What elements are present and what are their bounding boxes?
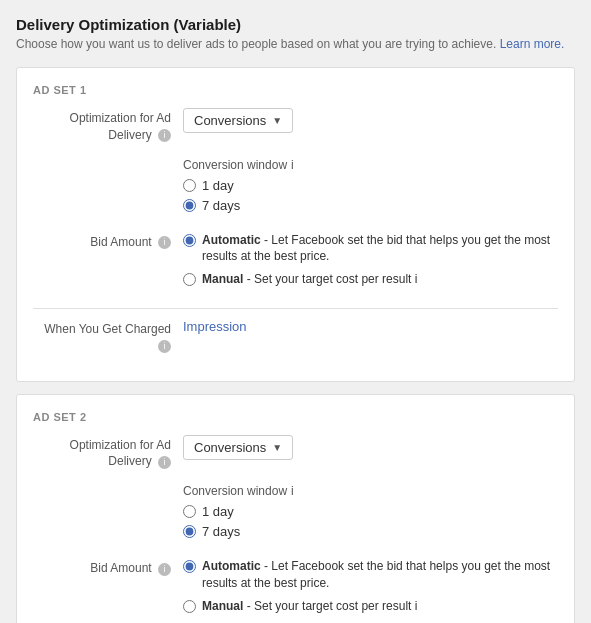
ad-set-2-delivery-dropdown[interactable]: Conversions ▼ xyxy=(183,435,293,460)
ad-set-2-bid-manual-text: Manual - Set your target cost per result… xyxy=(202,598,417,615)
manual-bid-info-icon-2[interactable]: i xyxy=(415,599,418,613)
ad-set-2-optimization-content: Conversions ▼ xyxy=(183,435,558,460)
optimization-info-icon[interactable]: i xyxy=(158,129,171,142)
subtitle-text: Choose how you want us to deliver ads to… xyxy=(16,37,496,51)
ad-set-2-conversion-window-row: Conversion window i 1 day 7 days xyxy=(33,484,558,544)
ad-set-1-bid-automatic-text: Automatic - Let Facebook set the bid tha… xyxy=(202,232,558,266)
ad-set-2-label: AD SET 2 xyxy=(33,411,558,423)
ad-set-2-window-1day-radio[interactable] xyxy=(183,505,196,518)
ad-set-2-window-7days-label: 7 days xyxy=(202,524,240,539)
ad-set-1-impression-value: Impression xyxy=(183,319,247,334)
ad-set-2-window-7days: 7 days xyxy=(183,524,558,539)
ad-set-2-bid-automatic: Automatic - Let Facebook set the bid tha… xyxy=(183,558,558,592)
ad-set-1-bid-label: Bid Amount i xyxy=(33,232,183,251)
ad-set-1-bid-manual-text: Manual - Set your target cost per result… xyxy=(202,271,417,288)
ad-set-2-bid-manual-radio[interactable] xyxy=(183,600,196,613)
bid-info-icon-2[interactable]: i xyxy=(158,563,171,576)
ad-set-1-section: AD SET 1 Optimization for Ad Delivery i … xyxy=(16,67,575,382)
ad-set-1-conversion-window-label: Conversion window i xyxy=(183,158,558,172)
ad-set-2-conversion-window-label-spacer xyxy=(33,484,183,486)
ad-set-2-conversion-window-label: Conversion window i xyxy=(183,484,558,498)
ad-set-1-delivery-value: Conversions xyxy=(194,113,266,128)
page-title: Delivery Optimization (Variable) xyxy=(16,16,575,33)
ad-set-2-bid-automatic-text: Automatic - Let Facebook set the bid tha… xyxy=(202,558,558,592)
ad-set-1-optimization-label: Optimization for Ad Delivery i xyxy=(33,108,183,144)
ad-set-1-conversion-window-row: Conversion window i 1 day 7 days xyxy=(33,158,558,218)
conversion-window-info-icon[interactable]: i xyxy=(291,158,294,172)
ad-set-2-optimization-label: Optimization for Ad Delivery i xyxy=(33,435,183,471)
ad-set-1-charged-content: Impression xyxy=(183,319,558,334)
learn-more-link[interactable]: Learn more. xyxy=(500,37,565,51)
optimization-info-icon-2[interactable]: i xyxy=(158,456,171,469)
ad-set-2-window-1day: 1 day xyxy=(183,504,558,519)
ad-set-1-bid-automatic: Automatic - Let Facebook set the bid tha… xyxy=(183,232,558,266)
ad-set-1-bid-manual: Manual - Set your target cost per result… xyxy=(183,271,558,288)
page-container: Delivery Optimization (Variable) Choose … xyxy=(16,16,575,623)
ad-set-2-bid-automatic-radio[interactable] xyxy=(183,560,196,573)
ad-set-2-bid-label: Bid Amount i xyxy=(33,558,183,577)
ad-set-1-label: AD SET 1 xyxy=(33,84,558,96)
ad-set-1-bid-manual-radio[interactable] xyxy=(183,273,196,286)
ad-set-1-optimization-row: Optimization for Ad Delivery i Conversio… xyxy=(33,108,558,144)
ad-set-2-delivery-value: Conversions xyxy=(194,440,266,455)
ad-set-2-section: AD SET 2 Optimization for Ad Delivery i … xyxy=(16,394,575,623)
dropdown-arrow-icon: ▼ xyxy=(272,115,282,126)
ad-set-1-window-7days-radio[interactable] xyxy=(183,199,196,212)
dropdown-arrow-icon-2: ▼ xyxy=(272,442,282,453)
ad-set-1-charged-row: When You Get Charged i Impression xyxy=(33,319,558,355)
manual-bid-info-icon[interactable]: i xyxy=(415,272,418,286)
page-header: Delivery Optimization (Variable) Choose … xyxy=(16,16,575,51)
ad-set-1-window-1day-label: 1 day xyxy=(202,178,234,193)
charged-info-icon[interactable]: i xyxy=(158,340,171,353)
ad-set-1-window-1day-radio[interactable] xyxy=(183,179,196,192)
ad-set-2-window-1day-label: 1 day xyxy=(202,504,234,519)
ad-set-1-window-7days: 7 days xyxy=(183,198,558,213)
ad-set-1-bid-row: Bid Amount i Automatic - Let Facebook se… xyxy=(33,232,558,294)
ad-set-2-bid-manual: Manual - Set your target cost per result… xyxy=(183,598,558,615)
ad-set-1-window-1day: 1 day xyxy=(183,178,558,193)
ad-set-1-charged-label: When You Get Charged i xyxy=(33,319,183,355)
ad-set-2-bid-content: Automatic - Let Facebook set the bid tha… xyxy=(183,558,558,620)
bid-info-icon[interactable]: i xyxy=(158,236,171,249)
ad-set-1-bid-automatic-radio[interactable] xyxy=(183,234,196,247)
ad-set-2-window-7days-radio[interactable] xyxy=(183,525,196,538)
ad-set-1-bid-content: Automatic - Let Facebook set the bid tha… xyxy=(183,232,558,294)
ad-set-1-conversion-window-label-spacer xyxy=(33,158,183,160)
page-subtitle: Choose how you want us to deliver ads to… xyxy=(16,37,575,51)
ad-set-1-delivery-dropdown[interactable]: Conversions ▼ xyxy=(183,108,293,133)
conversion-window-info-icon-2[interactable]: i xyxy=(291,484,294,498)
ad-set-1-divider xyxy=(33,308,558,309)
ad-set-2-conversion-window-content: Conversion window i 1 day 7 days xyxy=(183,484,558,544)
ad-set-1-conversion-window-content: Conversion window i 1 day 7 days xyxy=(183,158,558,218)
ad-set-1-window-7days-label: 7 days xyxy=(202,198,240,213)
ad-set-2-bid-row: Bid Amount i Automatic - Let Facebook se… xyxy=(33,558,558,620)
ad-set-1-optimization-content: Conversions ▼ xyxy=(183,108,558,133)
ad-set-2-optimization-row: Optimization for Ad Delivery i Conversio… xyxy=(33,435,558,471)
